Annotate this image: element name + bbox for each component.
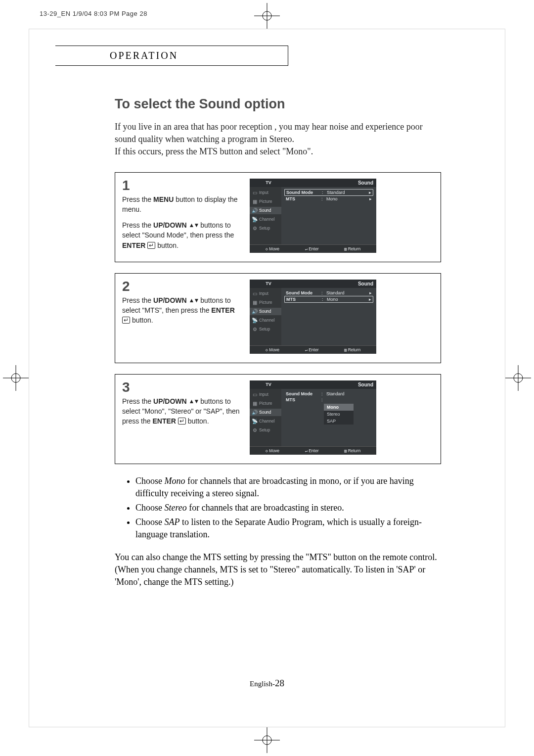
osd-row-value: Mono (326, 196, 365, 201)
bullet-text: Choose (135, 517, 165, 527)
picture-icon: ▦ (252, 300, 258, 305)
osd-row-mts: MTS : Mono ▸ (284, 296, 373, 303)
osd-nav-label: Setup (259, 226, 270, 231)
registration-mark-icon (254, 727, 280, 753)
osd-row-value: Standard (326, 391, 372, 396)
step-2-box: 2 Press the UP/DOWN ▲▼ buttons to select… (115, 273, 441, 363)
osd-panel-title: Sound (284, 281, 373, 286)
osd-footer-return: ▥ Return (344, 448, 360, 453)
enter-icon: ↵ (122, 317, 130, 324)
osd-screenshot-1: TV Sound ▭Input ▦Picture 🔊Sound 📡Channel… (250, 179, 376, 253)
step-1-text: 1 Press the MENU button to display the m… (122, 179, 241, 250)
chevron-right-icon: ▸ (367, 290, 372, 295)
section-header: OPERATION (55, 46, 288, 66)
enter-icon: ↵ (305, 246, 308, 251)
osd-panel-title: Sound (284, 382, 373, 387)
setup-icon: ⚙ (252, 226, 258, 231)
setup-icon: ⚙ (252, 327, 258, 332)
step-3-text: 3 Press the UP/DOWN ▲▼ buttons to select… (122, 380, 241, 426)
step-text-fragment: button. (157, 241, 178, 249)
osd-screenshot-2: TV Sound ▭Input ▦Picture 🔊Sound 📡Channel… (250, 280, 376, 354)
osd-nav-label: Channel (259, 419, 275, 424)
up-down-arrows-icon: ▲▼ (189, 398, 199, 405)
list-item: Choose SAP to listen to the Separate Aud… (135, 516, 441, 541)
osd-option-mono: Mono (324, 404, 354, 411)
registration-mark-icon (505, 365, 531, 391)
osd-nav-setup: ⚙Setup (250, 426, 281, 434)
enter-label: ENTER (211, 306, 234, 314)
intro-line: If you live in an area that has poor rec… (115, 122, 423, 144)
picture-icon: ▦ (252, 401, 258, 406)
step-3-box: 3 Press the UP/DOWN ▲▼ buttons to select… (115, 374, 441, 464)
osd-tv-label: TV (253, 382, 284, 387)
footer-lang: English- (250, 680, 275, 688)
osd-colon: : (321, 397, 324, 402)
enter-label: ENTER (122, 241, 145, 249)
updown-label: UP/DOWN (153, 296, 187, 304)
step-text-fragment: Press the (122, 221, 153, 229)
osd-nav-setup: ⚙Setup (250, 326, 281, 333)
picture-icon: ▦ (252, 199, 258, 204)
osd-row-value: Standard (326, 290, 365, 295)
osd-nav-picture: ▦Picture (250, 400, 281, 407)
osd-colon: : (322, 297, 325, 302)
osd-row-label: MTS (286, 196, 319, 201)
osd-footer-label: Enter (309, 347, 318, 352)
return-icon: ▥ (344, 246, 347, 251)
osd-row-soundmode: Sound Mode : Standard ▸ (284, 189, 373, 196)
osd-nav-label: Picture (259, 199, 272, 204)
step-2-text: 2 Press the UP/DOWN ▲▼ buttons to select… (122, 280, 241, 326)
osd-nav-input: ▭Input (250, 391, 281, 398)
osd-row-soundmode: Sound Mode : Standard (284, 391, 373, 397)
osd-footer-label: Return (348, 448, 361, 453)
osd-nav-sound: 🔊Sound (250, 409, 281, 416)
notes-list: Choose Mono for channels that are broadc… (115, 475, 441, 541)
osd-row-label: MTS (286, 397, 319, 402)
chevron-right-icon: ▸ (366, 190, 371, 195)
registration-mark-icon (254, 3, 280, 29)
osd-option-stereo: Stereo (324, 411, 354, 418)
step-number: 1 (122, 179, 241, 192)
osd-nav-input: ▭Input (250, 189, 281, 196)
osd-nav-label: Picture (259, 300, 272, 305)
osd-colon: : (322, 190, 325, 195)
osd-nav-picture: ▦Picture (250, 198, 281, 205)
sound-icon: 🔊 (252, 309, 258, 314)
bullet-em: SAP (165, 517, 180, 527)
page-footer: English-28 (0, 678, 534, 689)
osd-nav-input: ▭Input (250, 290, 281, 297)
osd-footer-move: ◇ Move (266, 347, 279, 352)
sound-icon: 🔊 (252, 410, 258, 415)
osd-colon: : (321, 391, 324, 396)
channel-icon: 📡 (252, 419, 258, 424)
step-text-fragment: button. (132, 316, 153, 324)
osd-nav-channel: 📡Channel (250, 216, 281, 223)
osd-nav-label: Setup (259, 427, 270, 432)
print-slug: 13-29_EN 1/9/04 8:03 PM Page 28 (40, 10, 147, 17)
osd-tv-label: TV (253, 281, 284, 286)
osd-nav-label: Sound (259, 208, 271, 213)
enter-icon: ↵ (305, 448, 308, 453)
osd-footer-return: ▥ Return (344, 246, 360, 251)
input-icon: ▭ (252, 392, 258, 397)
osd-tv-label: TV (253, 180, 284, 185)
osd-row-label: MTS (286, 297, 320, 302)
osd-footer-label: Return (348, 347, 361, 352)
osd-footer-enter: ↵ Enter (305, 246, 319, 251)
osd-colon: : (321, 290, 324, 295)
osd-nav-sound: 🔊Sound (250, 207, 281, 214)
intro-line: If this occurs, press the MTS button and… (115, 146, 313, 156)
osd-nav-label: Input (259, 190, 268, 195)
osd-nav-channel: 📡Channel (250, 317, 281, 324)
osd-footer-label: Enter (309, 448, 318, 453)
osd-row-mts: MTS : Mono ▸ (284, 196, 373, 202)
bullet-text: Choose (135, 503, 165, 513)
osd-nav-label: Sound (259, 410, 271, 415)
up-down-arrows-icon: ▲▼ (189, 297, 199, 304)
osd-nav-label: Input (259, 392, 268, 397)
chevron-right-icon: ▸ (367, 196, 372, 201)
osd-footer-label: Move (269, 246, 279, 251)
osd-nav-label: Channel (259, 318, 275, 323)
setup-icon: ⚙ (252, 427, 258, 433)
step-text-fragment: Press the (122, 397, 153, 405)
